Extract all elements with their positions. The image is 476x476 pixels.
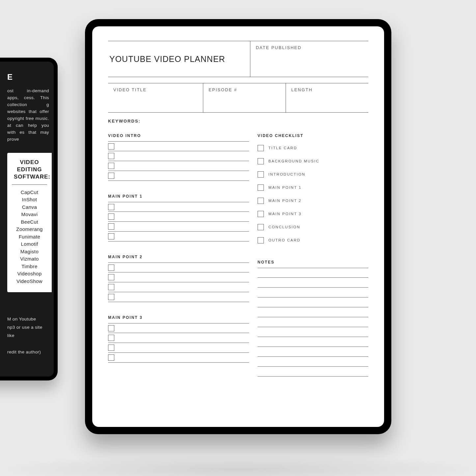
software-list: CapCutInShotCanvaMovaviBeeCutZoomerangFu… [7,189,52,285]
checkbox-line[interactable] [108,202,249,212]
checkbox[interactable] [108,163,114,169]
checkbox-line[interactable] [108,282,249,292]
video-title-label: VIDEO TITLE [113,87,147,92]
checkbox[interactable] [108,223,114,230]
checkbox[interactable] [258,211,264,217]
checkbox[interactable] [108,354,114,361]
checkbox[interactable] [108,325,114,331]
checkbox-line[interactable] [108,333,249,343]
software-list-item: BeeCut [7,218,52,226]
checklist-item[interactable]: CONCLUSION [258,220,368,234]
checkbox-line[interactable] [108,171,249,181]
right-column: VIDEO CHECKLIST TITLE CARDBACKGROUND MUS… [258,133,368,377]
checklist-item[interactable]: TITLE CARD [258,141,368,154]
checkbox[interactable] [258,171,264,178]
main-point-1-label: MAIN POINT 1 [108,194,249,199]
page-title: YOUTUBE VIDEO PLANNER [108,41,250,77]
length-label: LENGTH [291,87,313,92]
checklist-item[interactable]: MAIN POINT 2 [258,194,368,207]
left-intro-text: ost in-demand apps, cess. This collectio… [7,88,49,143]
software-list-item: Funimate [7,233,52,241]
notes-section: NOTES [258,260,368,377]
notes-line[interactable] [258,307,368,317]
checklist-item-label: TITLE CARD [268,146,297,150]
main-point-3-label: MAIN POINT 3 [108,315,249,320]
checkbox-line[interactable] [108,141,249,151]
checkbox-line[interactable] [108,323,249,333]
checkbox[interactable] [108,173,114,179]
episode-field[interactable]: EPISODE # [203,83,286,112]
notes-line[interactable] [258,357,368,367]
notes-line[interactable] [258,347,368,357]
video-intro-section: VIDEO INTRO [108,133,249,181]
checkbox-line[interactable] [108,263,249,272]
notes-lines[interactable] [258,268,368,377]
software-list-item: Lomotif [7,240,52,248]
video-intro-lines[interactable] [108,141,249,181]
checkbox-line[interactable] [108,161,249,171]
date-published-field[interactable]: DATE PUBLISHED [250,41,368,77]
checkbox[interactable] [258,145,264,151]
left-heading-fragment: E [7,71,49,83]
checkbox[interactable] [258,224,264,230]
checkbox[interactable] [258,198,264,204]
checkbox-line[interactable] [108,353,249,363]
software-list-item: VideoShow [7,278,52,285]
notes-label: NOTES [258,260,368,265]
checkbox[interactable] [108,153,114,159]
checklist-item-label: MAIN POINT 3 [268,212,301,216]
notes-line[interactable] [258,288,368,297]
checkbox[interactable] [108,265,114,271]
video-checklist-section: VIDEO CHECKLIST TITLE CARDBACKGROUND MUS… [258,133,368,247]
checkbox[interactable] [108,335,114,341]
checkbox[interactable] [258,237,264,243]
checkbox[interactable] [108,233,114,239]
checkbox[interactable] [258,158,264,164]
notes-line[interactable] [258,317,368,327]
checklist-item[interactable]: MAIN POINT 1 [258,181,368,194]
left-bottom-line: np3 or use a site like [7,323,49,340]
left-bottom-line [7,340,49,348]
notes-line[interactable] [258,278,368,288]
checkbox[interactable] [108,284,114,290]
left-tablet-device: E ost in-demand apps, cess. This collect… [0,58,58,380]
checkbox[interactable] [108,213,114,220]
notes-line[interactable] [258,367,368,377]
checkbox-line[interactable] [108,212,249,222]
video-title-field[interactable]: VIDEO TITLE [108,83,203,112]
left-tablet-screen: E ost in-demand apps, cess. This collect… [0,62,54,377]
checkbox[interactable] [258,184,264,191]
main-point-1-lines[interactable] [108,202,249,241]
notes-line[interactable] [258,268,368,278]
checklist-item[interactable]: OUTRO CARD [258,234,368,247]
checklist-item-label: INTRODUCTION [268,172,305,176]
main-point-1-section: MAIN POINT 1 [108,194,249,241]
checkbox-line[interactable] [108,292,249,302]
main-point-2-section: MAIN POINT 2 [108,255,249,302]
header-row-1: YOUTUBE VIDEO PLANNER DATE PUBLISHED [108,41,368,77]
date-published-label: DATE PUBLISHED [256,45,301,50]
notes-line[interactable] [258,297,368,307]
main-point-2-lines[interactable] [108,263,249,302]
checkbox-line[interactable] [108,272,249,282]
main-point-3-lines[interactable] [108,323,249,363]
length-field[interactable]: LENGTH [286,83,368,112]
checkbox-line[interactable] [108,232,249,241]
checkbox-line[interactable] [108,343,249,353]
checkbox[interactable] [108,274,114,280]
checkbox[interactable] [108,143,114,150]
checklist-item[interactable]: BACKGROUND MUSIC [258,154,368,168]
software-list-item: Zoomerang [7,226,52,233]
checklist-item[interactable]: MAIN POINT 3 [258,207,368,220]
notes-line[interactable] [258,327,368,337]
notes-line[interactable] [258,337,368,347]
checkbox[interactable] [108,345,114,351]
checkbox[interactable] [108,204,114,210]
left-intro-block: E ost in-demand apps, cess. This collect… [0,62,54,150]
checkbox-line[interactable] [108,222,249,232]
episode-label: EPISODE # [209,87,237,92]
checklist-item[interactable]: INTRODUCTION [258,168,368,181]
checklist-item-label: OUTRO CARD [268,238,300,242]
checkbox-line[interactable] [108,151,249,161]
checkbox[interactable] [108,294,114,300]
